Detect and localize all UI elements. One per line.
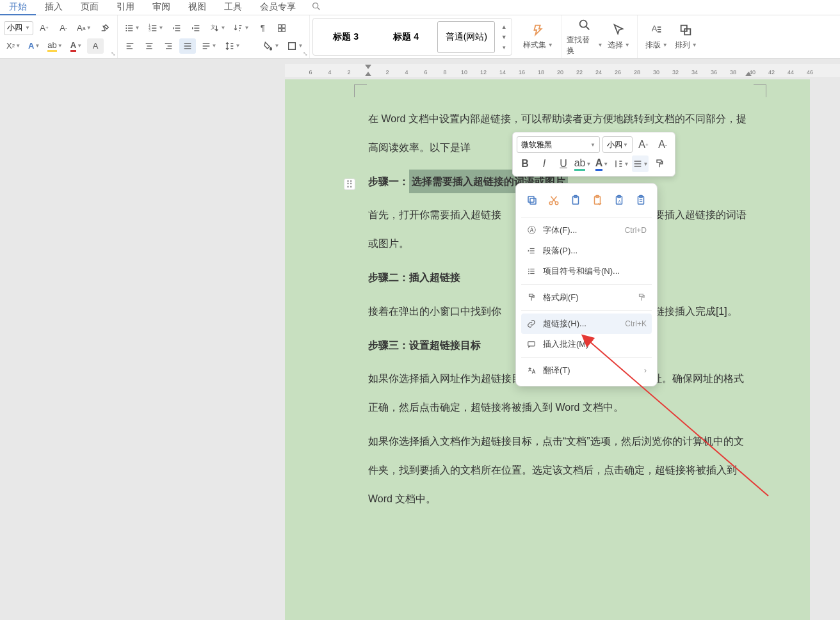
align-justify-btn[interactable] <box>179 38 196 54</box>
shrink-font-btn[interactable]: A- <box>55 20 72 36</box>
text-fragment: 首先，打开你需要插入超链接 <box>368 209 501 220</box>
tab-review[interactable]: 审阅 <box>143 0 179 14</box>
font-size-select[interactable]: 小四 ▼ <box>4 21 33 35</box>
ctx-bullets-item[interactable]: 项目符号和编号(N)... <box>521 261 652 282</box>
align-distribute-btn[interactable]: ▼ <box>198 38 220 54</box>
increase-indent-btn[interactable] <box>188 20 204 36</box>
style-heading3[interactable]: 标题 3 <box>317 21 375 53</box>
document-area: 6 4 2 2 4 6 8 10 12 14 16 18 20 22 24 26… <box>0 59 840 620</box>
mini-font-size-select[interactable]: 小四▼ <box>602 136 633 153</box>
style-scroll-down[interactable]: ▼ <box>499 32 509 42</box>
style-scroll-up[interactable]: ▲ <box>499 22 509 32</box>
paragraph[interactable]: 如果你选择插入文档作为超链接目标，点击“文档”选项，然后浏览你的计算机中的文件夹… <box>368 427 752 513</box>
find-replace-btn[interactable]: 查找替换▼ <box>565 15 604 59</box>
ctx-hyperlink-item[interactable]: 超链接(H)... Ctrl+K <box>521 314 652 334</box>
mini-bold-btn[interactable]: B <box>517 155 533 172</box>
align-right-btn[interactable] <box>160 38 177 54</box>
tab-view[interactable]: 视图 <box>179 0 215 14</box>
svg-rect-68 <box>530 248 535 249</box>
layout-btn[interactable]: A 排版▼ <box>642 20 671 53</box>
ctx-paragraph-item[interactable]: 段落(P)... <box>521 241 652 261</box>
mini-format-painter-btn[interactable] <box>651 155 668 172</box>
grow-font-btn[interactable]: A+ <box>36 20 52 36</box>
clear-format-btn[interactable] <box>97 20 113 36</box>
mini-font-size: 小四 <box>607 139 622 150</box>
tab-member[interactable]: 会员专享 <box>251 0 305 14</box>
svg-rect-46 <box>658 31 661 33</box>
mini-align-btn[interactable]: ▼ <box>632 155 649 172</box>
svg-rect-50 <box>634 163 641 164</box>
svg-rect-33 <box>166 48 172 49</box>
paragraph-dialog-launcher[interactable]: ⤡ <box>303 51 308 57</box>
tab-tools[interactable]: 工具 <box>215 0 251 14</box>
mini-font-color-btn[interactable]: A▼ <box>594 155 610 172</box>
line-spacing-btn[interactable]: ▼ <box>222 38 243 54</box>
ctx-paste-special-btn[interactable] <box>632 191 650 209</box>
ctx-translate-item[interactable]: 翻译(T) › <box>521 360 652 381</box>
mini-italic-btn[interactable]: I <box>536 155 553 172</box>
mini-font-name-select[interactable]: 微软雅黑▼ <box>517 136 600 153</box>
tab-reference[interactable]: 引用 <box>108 0 143 14</box>
svg-rect-13 <box>152 30 156 31</box>
page-corner-marker <box>354 84 367 97</box>
style-heading4[interactable]: 标题 4 <box>377 21 435 53</box>
ctx-format-painter-item[interactable]: 格式刷(F) <box>521 287 652 308</box>
menu-separator <box>521 284 652 285</box>
ruler-tick: 34 <box>691 69 698 76</box>
tab-start[interactable]: 开始 <box>0 0 36 15</box>
select-btn[interactable]: 选择▼ <box>604 15 633 59</box>
style-normal-web[interactable]: 普通(网站) <box>437 21 495 53</box>
char-border-btn[interactable] <box>273 20 290 36</box>
svg-rect-24 <box>282 28 286 31</box>
tab-page[interactable]: 页面 <box>72 0 108 14</box>
align-center-btn[interactable] <box>141 38 158 54</box>
char-shading-btn[interactable]: A <box>87 38 104 54</box>
text-effects-btn[interactable]: A▼ <box>26 38 42 54</box>
format-painter-pin-icon[interactable] <box>636 292 647 303</box>
svg-rect-15 <box>175 28 181 28</box>
svg-rect-34 <box>184 43 191 44</box>
ribbon-group-font: 小四 ▼ A+ A- Aa▼ X2▼ A▼ ab▼ A▼ A ⤡ <box>0 15 118 58</box>
font-color-btn[interactable]: A▼ <box>68 38 85 54</box>
highlight-btn[interactable]: ab▼ <box>45 38 65 54</box>
numbering-btn[interactable]: 123▼ <box>145 20 166 36</box>
style-scroll-more[interactable]: ▾ <box>499 42 509 52</box>
left-indent-marker[interactable] <box>364 69 372 77</box>
ctx-cut-btn[interactable] <box>545 191 563 209</box>
align-left-btn[interactable] <box>122 38 138 54</box>
ctx-paste-btn[interactable] <box>567 191 585 209</box>
mini-shrink-font-btn[interactable]: A- <box>654 136 671 153</box>
horizontal-ruler[interactable]: 6 4 2 2 4 6 8 10 12 14 16 18 20 22 24 26… <box>285 64 840 77</box>
ribbon-group-layout: A 排版▼ 排列▼ <box>638 15 704 58</box>
show-marks-btn[interactable]: ¶ <box>254 20 271 36</box>
mini-underline-btn[interactable]: U <box>555 155 572 172</box>
mini-highlight-btn[interactable]: ab▼ <box>574 155 591 172</box>
ctx-comment-item[interactable]: 插入批注(M) <box>521 334 652 354</box>
step1-prefix: 步骤一： <box>368 176 409 187</box>
right-indent-marker[interactable] <box>745 69 752 77</box>
shading-btn[interactable]: ▼ <box>261 38 282 54</box>
superscript-btn[interactable]: X2▼ <box>4 38 23 54</box>
svg-rect-21 <box>279 24 282 28</box>
text-direction-btn[interactable]: 文▼ <box>207 20 228 36</box>
ctx-copy-btn[interactable] <box>523 191 541 209</box>
search-icon[interactable] <box>305 0 328 15</box>
style-set-btn[interactable]: 样式集▼ <box>519 20 557 53</box>
ctx-paste-format-btn[interactable] <box>588 191 606 209</box>
tab-insert[interactable]: 插入 <box>36 0 72 14</box>
sort-btn[interactable]: ▼ <box>230 20 252 36</box>
svg-rect-70 <box>530 253 535 253</box>
bullets-btn[interactable]: ▼ <box>122 20 143 36</box>
paragraph-drag-handle[interactable]: ⠿ <box>344 179 355 190</box>
ruler-tick: 14 <box>499 69 506 76</box>
ctx-font-item[interactable]: Ⓐ字体(F)... Ctrl+D <box>521 220 652 241</box>
chevron-down-icon: ▼ <box>25 25 30 31</box>
mini-line-spacing-btn[interactable]: ▼ <box>613 155 629 172</box>
ctx-paste-text-btn[interactable]: A <box>610 191 628 209</box>
mini-grow-font-btn[interactable]: A+ <box>635 136 652 153</box>
arrange-btn[interactable]: 排列▼ <box>671 20 700 53</box>
font-dialog-launcher[interactable]: ⤡ <box>111 51 116 57</box>
decrease-indent-btn[interactable] <box>168 20 185 36</box>
ruler-tick: 44 <box>788 69 794 76</box>
change-case-btn[interactable]: Aa▼ <box>74 20 94 36</box>
